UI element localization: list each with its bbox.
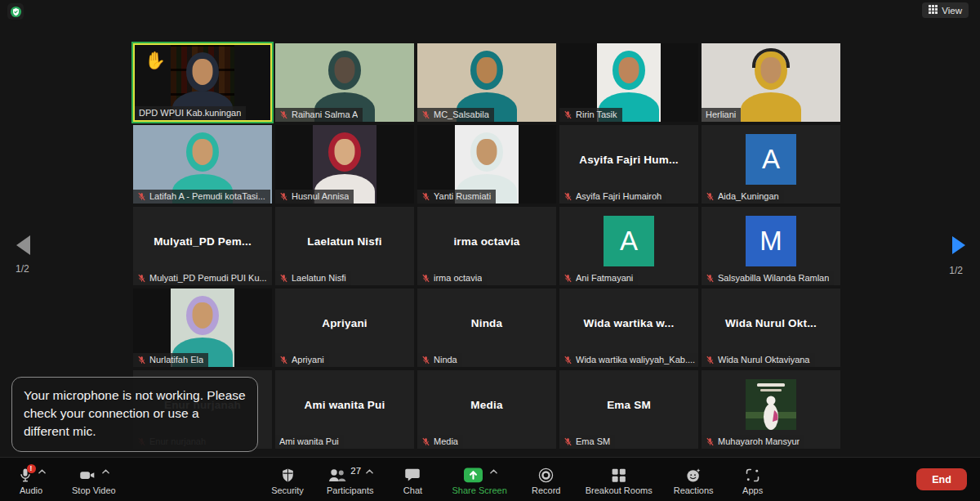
mic-off-icon: [421, 356, 430, 365]
breakout-icon: [610, 467, 627, 484]
participant-name: MC_Salsabila: [434, 110, 489, 119]
participant-display-name: Wida wartika w...: [559, 317, 698, 329]
toolbar-item-label: Reactions: [674, 485, 714, 495]
breakout-rooms-button[interactable]: Breakout Rooms: [586, 458, 653, 501]
grid-view-icon: [929, 5, 938, 16]
toolbar-item-label: Share Screen: [452, 485, 506, 495]
participant-tile[interactable]: Asyifa Fajri Hum... Asyifa Fajri Humairo…: [559, 125, 698, 204]
participant-tile[interactable]: Wida wartika w... Wida wartika waliyyah_…: [559, 289, 698, 367]
participant-name-label: Ninda: [417, 353, 462, 367]
participant-tile[interactable]: A Aida_Kuningan: [702, 125, 840, 204]
participant-tile[interactable]: Yanti Rusmiati: [417, 125, 556, 204]
participant-name: irma octavia: [434, 273, 482, 283]
mic-off-icon: [279, 274, 288, 283]
reactions-button[interactable]: Reactions: [674, 458, 714, 501]
participant-display-name: Apriyani: [275, 317, 414, 329]
participant-name-label: Aida_Kuningan: [702, 190, 784, 204]
participants-button[interactable]: 27 Participants: [327, 458, 373, 501]
record-button[interactable]: Record: [528, 458, 564, 501]
participant-tile[interactable]: Latifah A - Pemudi kotaTasi...: [133, 125, 272, 204]
participant-tile[interactable]: Nurlatifah Ela: [133, 289, 272, 367]
participant-tile[interactable]: Raihani Salma A: [275, 43, 414, 122]
chat-button[interactable]: Chat: [394, 458, 430, 501]
share-screen-button[interactable]: Share Screen: [452, 458, 506, 501]
toolbar-item-label: Breakout Rooms: [586, 485, 653, 495]
mic-off-icon: [706, 437, 715, 446]
participant-name: Wida Nurul Oktaviyana: [718, 355, 810, 365]
participant-display-name: Asyifa Fajri Hum...: [559, 154, 698, 166]
reactions-icon: [685, 467, 702, 484]
audio-button[interactable]: ! Audio: [13, 458, 49, 501]
participant-name: Wida wartika waliyyah_Kab....: [576, 355, 695, 365]
participant-name-label: Laelatun Nisfi: [275, 271, 351, 285]
mic-off-icon: [706, 192, 715, 201]
participant-display-name: Ami wanita Pui: [275, 399, 414, 411]
participant-tile[interactable]: Ami wanita Pui Ami wanita Pui: [275, 370, 414, 449]
chevron-up-icon[interactable]: [366, 463, 373, 477]
raised-hand-icon: ✋: [145, 51, 166, 69]
participant-tile[interactable]: Apriyani Apriyani: [275, 289, 414, 367]
mic-off-icon: [421, 192, 430, 201]
participant-name-label: Apriyani: [275, 353, 329, 367]
chevron-up-icon[interactable]: [490, 463, 497, 477]
bottom-toolbar: ! Audio Stop Video Security 27 Participa…: [0, 457, 980, 501]
participant-tile[interactable]: M Salsyabilla Wilanda Ramlan: [702, 207, 840, 285]
participant-tile[interactable]: MC_Salsabila: [417, 43, 556, 122]
participant-tile[interactable]: irma octavia irma octavia: [417, 207, 556, 285]
person-face: [193, 59, 213, 85]
camera-icon: [78, 467, 97, 484]
mic-off-icon: [137, 274, 146, 283]
chevron-up-icon[interactable]: [102, 463, 109, 477]
mic-off-icon: [279, 192, 288, 201]
mic-off-icon: [279, 356, 288, 365]
participant-tile[interactable]: ✋ DPD WPUI Kab.kuningan: [133, 43, 272, 122]
mic-off-icon: [421, 437, 430, 446]
participant-tile[interactable]: Mulyati_PD Pem... Mulyati_PD Pemudi PUI …: [133, 207, 272, 285]
mic-off-icon: [564, 356, 572, 365]
toolbar-item-label: Stop Video: [72, 485, 116, 495]
participant-tile[interactable]: Ririn Tasik: [559, 43, 698, 122]
participant-name: Ami wanita Pui: [279, 436, 339, 446]
toolbar-item-label: Audio: [20, 485, 42, 495]
mic-off-icon: [421, 110, 430, 119]
toolbar-item-label: Security: [271, 485, 304, 495]
participant-name: Apriyani: [292, 355, 324, 365]
mic-off-icon: [137, 356, 146, 365]
previous-page-arrow[interactable]: [16, 235, 30, 255]
participants-count: 27: [350, 466, 361, 476]
microphone-warning-tooltip: Your microphone is not working. Please c…: [11, 377, 258, 452]
participant-tile[interactable]: Laelatun Nisfi Laelatun Nisfi: [275, 207, 414, 285]
meeting-status-shield-icon[interactable]: [7, 3, 24, 20]
apps-button[interactable]: Apps: [735, 458, 771, 501]
participant-name: Salsyabilla Wilanda Ramlan: [718, 273, 829, 283]
avatar: A: [604, 216, 654, 266]
participant-name: Nurlatifah Ela: [149, 355, 203, 365]
participant-name-label: Herliani: [702, 108, 741, 122]
page-indicator-right: 1/2: [949, 265, 963, 276]
person-silhouette: [741, 92, 801, 122]
participant-tile[interactable]: Muhayaroh Mansyur: [702, 370, 840, 449]
view-button[interactable]: View: [922, 2, 969, 18]
participant-name: Yanti Rusmiati: [434, 191, 491, 201]
participant-tile[interactable]: Ninda Ninda: [417, 289, 556, 367]
end-meeting-button[interactable]: End: [916, 468, 967, 490]
mic-off-icon: [137, 192, 146, 201]
people-icon: [327, 467, 347, 484]
chevron-up-icon[interactable]: [38, 463, 46, 477]
mic-off-icon: [564, 110, 572, 119]
participant-tile[interactable]: A Ani Fatmayani: [559, 207, 698, 285]
participant-tile[interactable]: Herliani: [702, 43, 840, 122]
participant-tile[interactable]: Husnul Annisa: [275, 125, 414, 204]
audio-warning-badge: !: [27, 464, 36, 473]
participant-name-label: Raihani Salma A: [275, 108, 363, 122]
stop-video-button[interactable]: Stop Video: [72, 458, 116, 501]
next-page-arrow[interactable]: [952, 236, 965, 254]
participant-tile[interactable]: Wida Nurul Okt... Wida Nurul Oktaviyana: [702, 289, 840, 367]
participant-tile[interactable]: Ema SM Ema SM: [559, 370, 698, 449]
participant-tile[interactable]: Media Media: [417, 370, 556, 449]
participant-display-name: irma octavia: [417, 235, 556, 248]
toolbar-item-label: Participants: [327, 485, 373, 495]
security-button[interactable]: Security: [270, 458, 305, 501]
top-bar: View: [0, 0, 980, 21]
participant-name-label: MC_Salsabila: [417, 108, 494, 122]
